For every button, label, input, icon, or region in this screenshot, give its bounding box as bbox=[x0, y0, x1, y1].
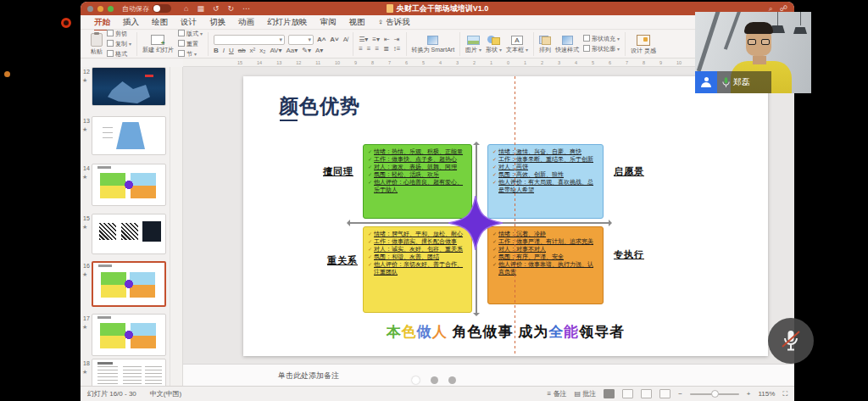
format-painter-button[interactable]: 格式 bbox=[107, 50, 131, 58]
slide-thumbnail-12[interactable] bbox=[92, 67, 166, 106]
strikethrough-button[interactable]: ab bbox=[238, 47, 246, 54]
notes-pane[interactable]: 单击此处添加备注 bbox=[183, 364, 794, 386]
fit-to-window-icon[interactable]: ⛶ bbox=[782, 390, 787, 398]
numbering-button[interactable]: ≡▾ bbox=[372, 36, 380, 43]
autosave-toggle[interactable]: 自动保存 bbox=[122, 4, 171, 14]
microphone-muted-button[interactable] bbox=[768, 318, 814, 364]
highlight-button[interactable]: ✎▾ bbox=[302, 47, 311, 54]
reading-view-button[interactable] bbox=[641, 389, 652, 398]
char-spacing-button[interactable]: AV▾ bbox=[270, 47, 281, 54]
undo-icon[interactable]: ↺ bbox=[213, 5, 220, 13]
tab-10[interactable]: ♀ 告诉我 bbox=[378, 17, 410, 28]
slide-thumbnail-17[interactable] bbox=[92, 314, 166, 356]
align-center-icon[interactable]: ≡ bbox=[367, 45, 371, 53]
slide-title[interactable]: 颜色优势 bbox=[279, 93, 360, 120]
picture-button[interactable]: 图片 ▾ bbox=[465, 36, 481, 53]
zoom-out-icon[interactable]: − bbox=[678, 390, 682, 398]
slide-thumbnail-18[interactable] bbox=[92, 359, 166, 386]
change-case-button[interactable]: Aa▾ bbox=[286, 47, 298, 54]
page-dot-3[interactable] bbox=[448, 376, 456, 384]
textbox-button[interactable]: A 文本框 ▾ bbox=[506, 36, 528, 53]
quadrant-box-orange[interactable]: ✓情绪：沉着、冷静✓工作：做事严谨、有计划、追求完美✓对人：对事不对人✓氛围：有… bbox=[487, 226, 604, 304]
decrease-font-icon[interactable]: A˅ bbox=[330, 36, 338, 43]
zoom-slider[interactable] bbox=[690, 393, 739, 395]
zoom-level[interactable]: 115% bbox=[759, 390, 776, 398]
clear-format-icon[interactable]: A̸ bbox=[343, 36, 348, 43]
quadrant-label-orange[interactable]: 专执行 bbox=[614, 248, 644, 261]
bold-button[interactable]: B bbox=[214, 47, 219, 54]
language-indicator[interactable]: 中文(中国) bbox=[150, 389, 181, 398]
quadrant-box-blue[interactable]: ✓情绪：激情、兴奋、自豪、爽快✓工作：做事果断、重结果、乐于创新✓对人：画饼✓氛… bbox=[487, 144, 604, 219]
tab-4[interactable]: 设计 bbox=[181, 17, 197, 28]
home-icon[interactable]: ⌂ bbox=[184, 5, 188, 13]
tab-2[interactable]: 插入 bbox=[123, 17, 139, 28]
section-button[interactable]: 节 ▾ bbox=[178, 50, 203, 58]
italic-button[interactable]: I bbox=[223, 47, 225, 54]
tab-5[interactable]: 切换 bbox=[209, 17, 225, 28]
font-size-select[interactable] bbox=[288, 35, 314, 45]
maximize-window-button[interactable] bbox=[108, 6, 114, 12]
shape-outline-button[interactable]: 形状轮廓 ▾ bbox=[583, 45, 620, 53]
convert-smartart-button[interactable]: 转换为 SmartArt bbox=[412, 36, 455, 53]
increase-font-icon[interactable]: A˄ bbox=[317, 36, 326, 43]
indent-increase-icon[interactable]: ⇥ bbox=[394, 36, 400, 43]
slide-thumbnail-15[interactable] bbox=[92, 214, 166, 254]
participant-badge[interactable] bbox=[695, 71, 717, 93]
layout-button[interactable]: 版式 ▾ bbox=[178, 30, 203, 38]
shape-fill-button[interactable]: 形状填充 ▾ bbox=[583, 35, 620, 43]
normal-view-button[interactable] bbox=[604, 389, 615, 398]
line-spacing-icon[interactable]: ↕≡ bbox=[393, 45, 401, 53]
underline-button[interactable]: U bbox=[229, 47, 234, 54]
slide-thumbnail-13[interactable] bbox=[92, 116, 166, 155]
bullets-button[interactable]: ☰▾ bbox=[359, 36, 368, 43]
webcam-video[interactable]: 郑磊 bbox=[695, 12, 811, 93]
slide-thumbnail-14[interactable] bbox=[92, 164, 166, 206]
zoom-slider-handle[interactable] bbox=[711, 390, 719, 398]
zoom-in-icon[interactable]: + bbox=[747, 390, 751, 398]
cut-button[interactable]: 剪切 bbox=[107, 30, 131, 38]
autosave-switch[interactable] bbox=[153, 4, 171, 13]
quadrant-label-yellow[interactable]: 重关系 bbox=[327, 254, 358, 267]
align-left-icon[interactable]: ≡ bbox=[359, 45, 363, 53]
font-color-button[interactable]: A▾ bbox=[315, 47, 323, 54]
quick-styles-button[interactable]: 快速样式 bbox=[555, 36, 579, 53]
design-ideas-button[interactable]: 设计 灵感 bbox=[631, 35, 656, 54]
paste-button[interactable]: 粘贴 bbox=[91, 33, 103, 55]
minimize-window-button[interactable] bbox=[97, 6, 103, 12]
tab-1[interactable]: 开始 bbox=[94, 17, 110, 28]
copy-button[interactable]: 复制 ▾ bbox=[107, 40, 131, 48]
shapes-button[interactable]: 形状 ▾ bbox=[486, 36, 502, 53]
comments-toggle-button[interactable]: ▤ 批注 bbox=[574, 389, 596, 398]
quadrant-label-green[interactable]: 擅同理 bbox=[323, 165, 353, 178]
align-right-icon[interactable]: ≡ bbox=[375, 45, 379, 53]
quadrant-text: 他人评价：心地善良、超有爱心、乐于助人 bbox=[374, 179, 467, 194]
arrange-button[interactable]: 排列 bbox=[539, 36, 551, 53]
tab-3[interactable]: 绘图 bbox=[152, 17, 168, 28]
slideshow-button[interactable] bbox=[659, 389, 670, 398]
slide-thumbnail-16[interactable] bbox=[92, 261, 166, 307]
indent-decrease-icon[interactable]: ⇤ bbox=[384, 36, 390, 43]
slide-sorter-view-button[interactable] bbox=[622, 389, 633, 398]
current-slide[interactable]: 颜色优势 ✓情绪：热情、乐观、积极、正能量✓工作：做事快、点子多、超热心✓对人：… bbox=[243, 76, 768, 356]
superscript-button[interactable]: x² bbox=[250, 47, 256, 54]
recent-files-icon[interactable]: ▦ bbox=[197, 5, 204, 13]
tab-9[interactable]: 视图 bbox=[349, 17, 365, 28]
font-name-select[interactable] bbox=[214, 35, 285, 45]
redo-icon[interactable]: ↻ bbox=[228, 5, 235, 13]
tab-8[interactable]: 审阅 bbox=[320, 17, 337, 28]
participant-icon bbox=[701, 77, 711, 87]
reset-button[interactable]: 重置 bbox=[178, 40, 203, 48]
tab-6[interactable]: 动画 bbox=[238, 17, 254, 28]
slide-caption[interactable]: 本色做人 角色做事 成为全能领导者 bbox=[243, 322, 768, 342]
close-window-button[interactable] bbox=[87, 6, 93, 12]
page-dot-2[interactable] bbox=[431, 376, 438, 384]
tab-7[interactable]: 幻灯片放映 bbox=[267, 17, 308, 28]
notes-toggle-button[interactable]: ≡ 备注 bbox=[548, 389, 567, 398]
quadrant-label-blue[interactable]: 启愿景 bbox=[614, 165, 644, 178]
subscript-button[interactable]: x₂ bbox=[259, 47, 265, 54]
notes-placeholder[interactable]: 单击此处添加备注 bbox=[278, 370, 339, 382]
page-dot-1[interactable] bbox=[412, 376, 420, 384]
justify-icon[interactable]: ≣ bbox=[383, 45, 389, 53]
new-slide-button[interactable]: 新建 幻灯片 bbox=[142, 35, 174, 53]
more-commands-icon[interactable]: ⋯ bbox=[242, 5, 250, 13]
